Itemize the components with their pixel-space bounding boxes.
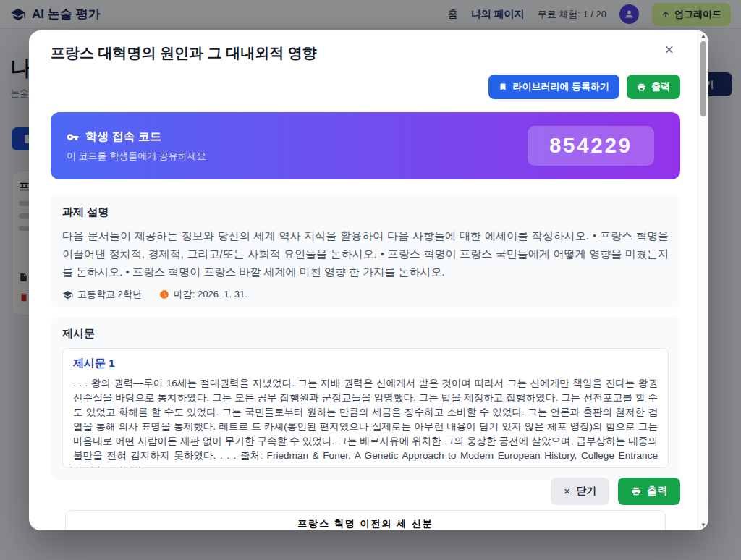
print-button-top[interactable]: 출력: [627, 75, 680, 99]
grade-meta: 고등학교 2학년: [62, 288, 142, 301]
print-button-bottom[interactable]: 출력: [618, 478, 680, 505]
printer-icon: [637, 82, 646, 92]
print-label-top: 출력: [651, 80, 670, 93]
banner-text-block: 학생 접속 코드 이 코드를 학생들에게 공유하세요: [67, 130, 206, 163]
banner-title: 학생 접속 코드: [85, 130, 161, 145]
assignment-meta-row: 고등학교 2학년 마감: 2026. 1. 31.: [62, 288, 669, 301]
close-button[interactable]: × 닫기: [551, 478, 609, 505]
modal-scrollbar[interactable]: ▲ ▼: [698, 30, 708, 530]
deadline-label: 마감: 2026. 1. 31.: [174, 288, 247, 301]
clock-icon: [159, 289, 169, 300]
screen: AI 논술 평가 홈 나의 페이지 무료 체험: 1 / 20 업그레이드 나 …: [0, 0, 741, 560]
passage-2-image-title: 프랑스 혁명 이전의 세 신분: [66, 517, 665, 530]
passage-1-card: 제시문 1 . . . 왕의 권력—루이 16세는 절대권력을 지녔었다. 그는…: [62, 348, 669, 468]
passage-1-title: 제시문 1: [73, 357, 658, 370]
assignment-description-card: 과제 설명 다음 문서들이 제공하는 정보와 당신의 세계 역사 지식을 활용하…: [51, 194, 680, 307]
assignment-detail-modal: 프랑스 대혁명의 원인과 그 대내외적 영향 × 라이브러리에 등록하기 출력 …: [29, 30, 708, 530]
register-library-label: 라이브러리에 등록하기: [512, 80, 609, 93]
assignment-heading: 과제 설명: [62, 205, 669, 219]
close-x-icon: ×: [564, 486, 570, 496]
passages-heading: 제시문: [62, 327, 669, 341]
register-library-button[interactable]: 라이브러리에 등록하기: [488, 75, 619, 99]
print-button-bottom-label: 출력: [647, 485, 667, 498]
modal-title: 프랑스 대혁명의 원인과 그 대내외적 영향: [51, 43, 651, 63]
passages-section: 제시문 제시문 1 . . . 왕의 권력—루이 16세는 절대권력을 지녔었다…: [51, 317, 680, 480]
close-icon[interactable]: ×: [661, 39, 677, 61]
banner-subtitle: 이 코드를 학생들에게 공유하세요: [67, 150, 206, 163]
printer-icon: [631, 486, 641, 496]
passage-1-text: . . . 왕의 권력—루이 16세는 절대권력을 지녔었다. 그는 지배 권력…: [73, 376, 658, 468]
key-icon: [67, 131, 79, 143]
close-button-label: 닫기: [576, 485, 596, 498]
scrollbar-thumb[interactable]: [700, 41, 706, 116]
grade-label: 고등학교 2학년: [77, 288, 142, 301]
modal-action-row: 라이브러리에 등록하기 출력: [488, 75, 680, 99]
graduation-cap-icon: [62, 289, 73, 300]
assignment-description: 다음 문서들이 제공하는 정보와 당신의 세계 역사 지식을 활용하여 다음 사…: [62, 226, 669, 281]
passage-2-card-clipped: 프랑스 혁명 이전의 세 신분: [65, 510, 666, 530]
modal-footer: × 닫기 출력: [551, 478, 680, 505]
student-code-banner: 학생 접속 코드 이 코드를 학생들에게 공유하세요 854229: [51, 112, 680, 179]
deadline-meta: 마감: 2026. 1. 31.: [159, 288, 247, 301]
access-code-value[interactable]: 854229: [528, 126, 654, 166]
bookmark-icon: [499, 82, 507, 91]
